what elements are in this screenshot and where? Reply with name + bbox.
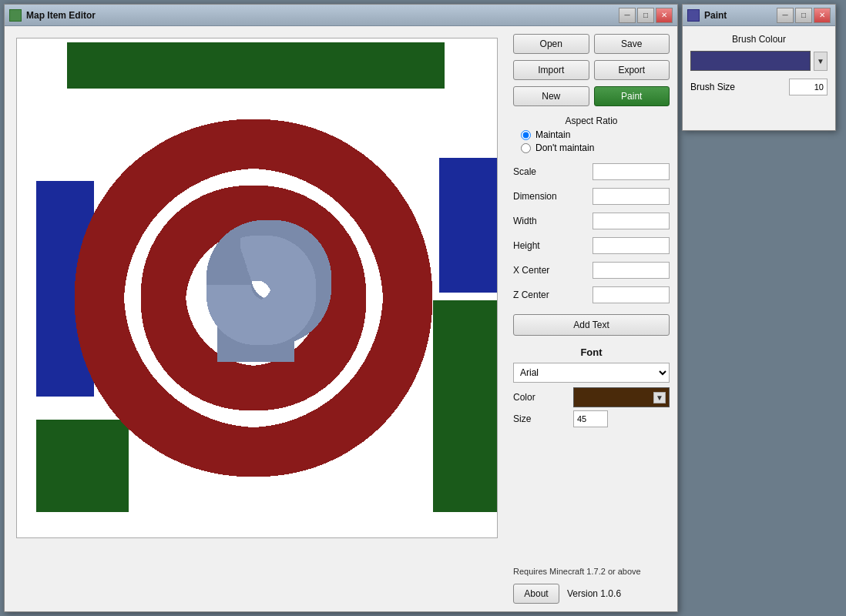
font-select[interactable]: Arial [513, 363, 670, 383]
paint-button[interactable]: Paint [594, 86, 670, 106]
scale-input[interactable] [593, 163, 670, 180]
xcenter-input[interactable] [593, 262, 670, 279]
width-row: Width [513, 213, 670, 229]
map-canvas-container[interactable] [16, 38, 498, 538]
export-button[interactable]: Export [594, 60, 670, 80]
map-canvas[interactable] [17, 38, 498, 538]
brush-size-row: Brush Size [690, 79, 828, 95]
dimension-input[interactable] [593, 188, 670, 205]
brush-colour-label: Brush Colour [690, 34, 828, 45]
maximize-button[interactable]: □ [637, 8, 654, 23]
scale-label: Scale [513, 166, 567, 177]
main-title-text: Map Item Editor [26, 10, 96, 21]
open-button[interactable]: Open [513, 34, 589, 54]
paint-title-bar: Paint ─ □ ✕ [683, 5, 835, 26]
xcenter-label: X Center [513, 265, 567, 276]
brush-color-dropdown-arrow[interactable]: ▼ [814, 52, 828, 71]
paint-title-controls: ─ □ ✕ [777, 8, 831, 23]
zcenter-label: Z Center [513, 290, 567, 300]
font-section-label: Font [513, 346, 670, 358]
title-bar-left: Map Item Editor [9, 9, 96, 22]
save-button[interactable]: Save [594, 34, 670, 54]
version-text: Version 1.0.6 [567, 588, 621, 599]
height-label: Height [513, 240, 567, 251]
height-input[interactable] [593, 237, 670, 254]
paint-maximize-button[interactable]: □ [795, 8, 812, 23]
paint-title-bar-left: Paint [687, 9, 727, 22]
new-button[interactable]: New [513, 86, 589, 106]
paint-title-text: Paint [704, 10, 727, 21]
size-label: Size [513, 413, 567, 424]
close-button[interactable]: ✕ [656, 8, 673, 23]
dont-maintain-label: Don't maintain [535, 142, 594, 153]
dont-maintain-radio[interactable] [521, 143, 531, 153]
paint-window: Paint ─ □ ✕ Brush Colour ▼ Brush Size [682, 4, 836, 131]
about-button[interactable]: About [513, 584, 559, 604]
paint-content: Brush Colour ▼ Brush Size [683, 26, 835, 103]
brush-size-input[interactable] [789, 79, 828, 95]
maintain-radio-row: Maintain [513, 129, 670, 140]
main-title-bar: Map Item Editor ─ □ ✕ [5, 5, 677, 26]
paint-close-button[interactable]: ✕ [814, 8, 831, 23]
zcenter-input[interactable] [593, 286, 670, 303]
maintain-label: Maintain [535, 129, 570, 140]
height-row: Height [513, 237, 670, 254]
color-label: Color [513, 392, 567, 403]
dimension-label: Dimension [513, 191, 567, 202]
paint-minimize-button[interactable]: ─ [777, 8, 794, 23]
font-section: Font Arial Color ▼ Size [513, 346, 670, 427]
main-content: Open Save Import Export New Paint Aspect… [5, 26, 677, 611]
color-picker-button[interactable]: ▼ [573, 387, 670, 407]
add-text-button[interactable]: Add Text [513, 314, 670, 336]
new-paint-row: New Paint [513, 86, 670, 106]
size-input[interactable] [573, 410, 608, 427]
size-row: Size [513, 410, 670, 427]
maintain-radio[interactable] [521, 130, 531, 140]
bottom-row: About Version 1.0.6 [513, 584, 670, 604]
xcenter-row: X Center [513, 262, 670, 279]
color-dropdown-arrow[interactable]: ▼ [653, 392, 666, 403]
canvas-area [5, 26, 505, 611]
title-controls: ─ □ ✕ [619, 8, 673, 23]
zcenter-row: Z Center [513, 286, 670, 303]
import-export-row: Import Export [513, 60, 670, 80]
brush-color-picker[interactable] [690, 51, 811, 71]
scale-row: Scale [513, 163, 670, 180]
dont-maintain-radio-row: Don't maintain [513, 142, 670, 153]
right-panel: Open Save Import Export New Paint Aspect… [505, 26, 677, 611]
import-button[interactable]: Import [513, 60, 589, 80]
width-label: Width [513, 216, 567, 226]
brush-color-row: ▼ [690, 51, 828, 71]
bottom-section: Requires Minecraft 1.7.2 or above About … [513, 560, 670, 604]
dimension-row: Dimension [513, 188, 670, 205]
main-title-icon [9, 9, 22, 22]
aspect-ratio-section: Aspect Ratio Maintain Don't maintain [513, 112, 670, 159]
width-input[interactable] [593, 213, 670, 229]
color-row: Color ▼ [513, 387, 670, 407]
aspect-ratio-label: Aspect Ratio [513, 116, 670, 126]
main-window: Map Item Editor ─ □ ✕ Open Save Import E… [4, 4, 678, 612]
minecraft-requirement: Requires Minecraft 1.7.2 or above [513, 566, 670, 578]
open-save-row: Open Save [513, 34, 670, 54]
minimize-button[interactable]: ─ [619, 8, 636, 23]
brush-size-label: Brush Size [690, 82, 735, 92]
paint-title-icon [687, 9, 700, 22]
